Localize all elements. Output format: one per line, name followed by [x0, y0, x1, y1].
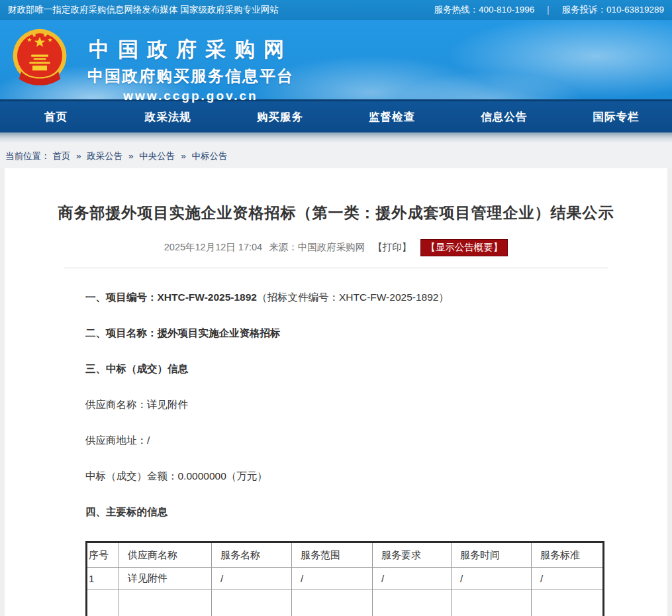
site-url: www.ccgp.gov.cn: [87, 89, 294, 103]
site-header: 中国政府采购网 中国政府购买服务信息平台 www.ccgp.gov.cn: [0, 20, 672, 99]
article-body: 一、项目编号：XHTC-FW-2025-1892（招标文件编号：XHTC-FW-…: [85, 291, 667, 519]
col-header-service-scope: 服务范围: [292, 542, 373, 568]
breadcrumb-item-award-notices[interactable]: 中标公告: [191, 151, 227, 161]
main-nav: 首页 政采法规 购买服务 监督检查 信息公告 国际专栏: [0, 99, 672, 132]
breadcrumb-label: 当前位置：: [5, 151, 50, 161]
paragraph-main-subject-heading: 四、主要标的信息: [85, 505, 667, 519]
col-header-service-standard: 服务标准: [532, 542, 604, 568]
paragraph-project-name: 二、项目名称：援外项目实施企业资格招标: [85, 327, 667, 340]
col-header-service-requirement: 服务要求: [373, 542, 452, 568]
paragraph-project-number: 一、项目编号：XHTC-FW-2025-1892（招标文件编号：XHTC-FW-…: [85, 291, 667, 304]
breadcrumb-separator: »: [76, 151, 81, 161]
publish-datetime: 2025年12月12日 17:04: [164, 242, 262, 252]
breadcrumb-item-central-notices[interactable]: 中央公告: [139, 151, 175, 161]
show-summary-button[interactable]: 【显示公告概要】: [420, 239, 508, 256]
nav-item-supervision[interactable]: 监督检查: [336, 101, 448, 132]
meta-divider: [64, 268, 608, 268]
table-row: 1 详见附件 / / / / /: [87, 568, 604, 590]
nav-item-home[interactable]: 首页: [0, 101, 112, 132]
breadcrumb: 当前位置： 首页 » 政采公告 » 中央公告 » 中标公告: [0, 143, 672, 168]
service-complaint: 服务投诉：010-63819289: [561, 4, 664, 16]
breadcrumb-item-home[interactable]: 首页: [52, 151, 70, 161]
top-utility-bar: 财政部唯一指定政府采购信息网络发布媒体 国家级政府采购专业网站 服务热线：400…: [0, 0, 672, 20]
col-header-index: 序号: [87, 542, 119, 568]
col-header-service-name: 服务名称: [212, 542, 292, 568]
site-slogan: 财政部唯一指定政府采购信息网络发布媒体 国家级政府采购专业网站: [8, 4, 279, 16]
breadcrumb-separator: »: [128, 151, 134, 161]
national-emblem-icon: [9, 26, 70, 93]
paragraph-award-amount: 中标（成交）金额：0.0000000（万元）: [85, 470, 667, 483]
col-header-service-time: 服务时间: [452, 542, 532, 568]
page-title: 商务部援外项目实施企业资格招标（第一类：援外成套项目管理企业）结果公示: [5, 203, 667, 223]
nav-shadow-strip: [0, 132, 672, 143]
paragraph-supplier-address: 供应商地址：/: [85, 434, 667, 447]
nav-item-purchase-services[interactable]: 购买服务: [224, 101, 336, 132]
breadcrumb-item-procurement-notices[interactable]: 政采公告: [87, 151, 122, 161]
article-meta: 2025年12月12日 17:04 来源：中国政府采购网 【打印】 【显示公告概…: [5, 239, 667, 256]
nav-item-international[interactable]: 国际专栏: [560, 101, 672, 132]
nav-item-announcements[interactable]: 信息公告: [448, 101, 560, 132]
site-subtitle: 中国政府购买服务信息平台: [87, 66, 294, 87]
topbar-separator: ｜: [544, 4, 552, 16]
service-hotline: 服务热线：400-810-1996: [434, 4, 535, 16]
nav-item-regulations[interactable]: 政采法规: [112, 101, 224, 132]
table-row-empty: [87, 590, 604, 616]
print-button[interactable]: 【打印】: [373, 242, 411, 252]
article-source: 来源：中国政府采购网: [269, 242, 365, 252]
subject-info-table: 序号 供应商名称 服务名称 服务范围 服务要求 服务时间 服务标准 1 详见附件…: [85, 541, 604, 616]
paragraph-award-info-heading: 三、中标（成交）信息: [85, 362, 667, 376]
breadcrumb-separator: »: [181, 151, 186, 161]
col-header-supplier: 供应商名称: [119, 542, 212, 568]
article-card: 商务部援外项目实施企业资格招标（第一类：援外成套项目管理企业）结果公示 2025…: [5, 168, 667, 616]
paragraph-supplier-name: 供应商名称：详见附件: [85, 398, 667, 411]
site-logo-text: 中国政府采购网 中国政府购买服务信息平台 www.ccgp.gov.cn: [87, 20, 294, 103]
site-name: 中国政府采购网: [87, 36, 294, 64]
table-header-row: 序号 供应商名称 服务名称 服务范围 服务要求 服务时间 服务标准: [87, 542, 604, 568]
